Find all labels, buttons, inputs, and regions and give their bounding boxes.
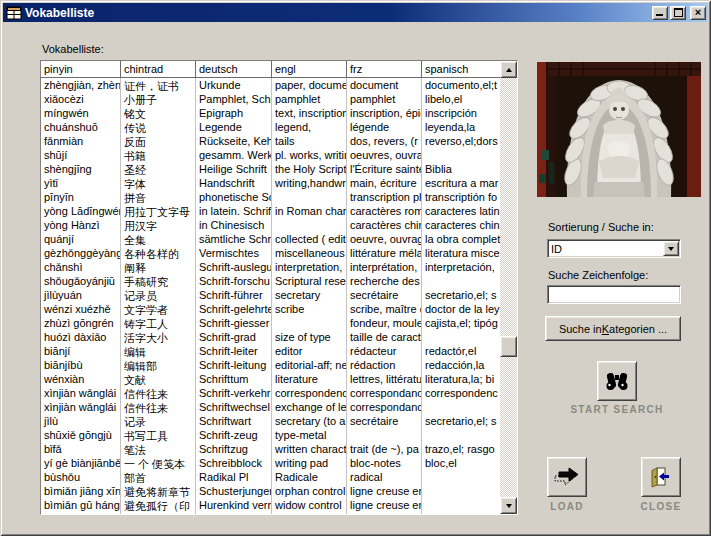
table-cell[interactable]: 活字大小 — [121, 330, 196, 344]
table-cell[interactable] — [272, 316, 347, 330]
table-cell[interactable]: literature — [272, 372, 347, 386]
table-cell[interactable]: Radikal Pl — [196, 470, 272, 484]
table-cell[interactable]: the Holy Script — [272, 162, 347, 176]
table-cell[interactable]: orphan control — [272, 484, 347, 498]
table-cell[interactable]: 用拉丁文字母 — [121, 204, 196, 218]
table-cell[interactable]: 铸字工人 — [121, 316, 196, 330]
table-cell[interactable]: xìnjiàn wǎnglái — [41, 400, 121, 414]
table-cell[interactable]: 编辑部 — [121, 358, 196, 372]
table-cell[interactable]: shǒugǎoyánjiū — [41, 274, 121, 288]
minimize-button[interactable] — [652, 6, 668, 20]
table-cell[interactable]: bùshǒu — [41, 470, 121, 484]
table-cell[interactable]: chǎnshì — [41, 260, 121, 274]
table-cell[interactable]: secretario,el; s — [422, 414, 500, 428]
table-cell[interactable]: libelo,el — [422, 92, 500, 106]
table-cell[interactable]: Schrift-zeug — [196, 428, 272, 442]
table-cell[interactable]: zhùzì gōngrén — [41, 316, 121, 330]
table-cell[interactable]: secretario,el; s — [422, 288, 500, 302]
table-cell[interactable] — [41, 512, 121, 514]
table-cell[interactable]: zhèngjiàn, zhèng — [41, 78, 121, 92]
table-cell[interactable]: 一 个 便笺本 — [121, 456, 196, 470]
table-cell[interactable]: Schrift-giesser — [196, 316, 272, 330]
table-cell[interactable] — [422, 498, 500, 512]
table-cell[interactable]: text, inscription — [272, 106, 347, 120]
table-cell[interactable]: correspondenc — [272, 386, 347, 400]
table-cell[interactable]: writing,handwr — [272, 176, 347, 190]
table-cell[interactable]: scribe — [272, 302, 347, 316]
table-cell[interactable]: míngwén — [41, 106, 121, 120]
table-cell[interactable]: wénzi xuézhě — [41, 302, 121, 316]
table-cell[interactable]: caractères chin — [347, 218, 422, 232]
search-categories-button[interactable]: Suche in Kategorien ... — [545, 316, 681, 341]
table-cell[interactable]: quánjí — [41, 232, 121, 246]
table-cell[interactable]: miscellaneous w — [272, 246, 347, 260]
table-cell[interactable] — [422, 512, 500, 514]
table-cell[interactable]: 避免将新章节 — [121, 484, 196, 498]
column-header[interactable]: chintrad — [121, 61, 196, 78]
table-cell[interactable]: secretary — [272, 288, 347, 302]
close-button[interactable]: × — [690, 6, 706, 20]
table-cell[interactable]: Rückseite, Keh — [196, 134, 272, 148]
table-cell[interactable] — [347, 512, 422, 514]
table-cell[interactable]: bìmiǎn jiāng xīn — [41, 484, 121, 498]
table-cell[interactable]: Biblia — [422, 162, 500, 176]
search-string-input[interactable] — [547, 285, 681, 304]
table-cell[interactable]: rédacteur — [347, 344, 422, 358]
table-cell[interactable]: interpretation, — [272, 260, 347, 274]
table-cell[interactable]: Schrift-verkehr — [196, 386, 272, 400]
table-cell[interactable]: 小册子 — [121, 92, 196, 106]
scrollbar-thumb[interactable] — [500, 336, 517, 357]
table-cell[interactable]: 文献 — [121, 372, 196, 386]
scroll-down-button[interactable] — [500, 497, 517, 514]
table-cell[interactable]: taille de caractè — [347, 330, 422, 344]
table-cell[interactable]: Schriftwechsel — [196, 400, 272, 414]
table-cell[interactable]: editorial-aff; ne — [272, 358, 347, 372]
table-cell[interactable] — [347, 428, 422, 442]
table-cell[interactable] — [422, 400, 500, 414]
table-cell[interactable]: jìlù — [41, 414, 121, 428]
table-cell[interactable]: biānjíbù — [41, 358, 121, 372]
table-cell[interactable]: in Roman chara — [272, 204, 347, 218]
table-cell[interactable]: editor — [272, 344, 347, 358]
column-header[interactable]: pinyin — [41, 61, 121, 78]
table-cell[interactable]: 全集 — [121, 232, 196, 246]
table-cell[interactable]: literatura,la; bi — [422, 372, 500, 386]
column-header[interactable]: spanisch — [422, 61, 500, 78]
table-cell[interactable]: paper, docume — [272, 78, 347, 92]
table-cell[interactable]: oeuvres, ouvra — [347, 148, 422, 162]
table-cell[interactable]: bǐfǎ — [41, 442, 121, 456]
table-cell[interactable] — [121, 512, 196, 514]
table-cell[interactable]: written charact — [272, 442, 347, 456]
table-cell[interactable]: chuánshuō — [41, 120, 121, 134]
table-cell[interactable]: redactór,el — [422, 344, 500, 358]
table-cell[interactable]: redacción,la — [422, 358, 500, 372]
table-cell[interactable]: cajista,el; tipóg — [422, 316, 500, 330]
close-form-button[interactable] — [641, 457, 681, 497]
table-cell[interactable]: lettres, littératu — [347, 372, 422, 386]
table-cell[interactable]: literatura misce — [422, 246, 500, 260]
table-cell[interactable]: biānjí — [41, 344, 121, 358]
table-cell[interactable]: doctor de la ley — [422, 302, 500, 316]
table-cell[interactable]: 信件往来 — [121, 400, 196, 414]
table-cell[interactable]: interprétation, — [347, 260, 422, 274]
table-cell[interactable]: recherche des — [347, 274, 422, 288]
scroll-up-button[interactable] — [500, 61, 517, 78]
table-cell[interactable]: Heilige Schrift — [196, 162, 272, 176]
table-cell[interactable]: fondeur, moule — [347, 316, 422, 330]
table-cell[interactable]: 记录员 — [121, 288, 196, 302]
table-cell[interactable]: bloc-notes — [347, 456, 422, 470]
table-cell[interactable]: Vermischtes — [196, 246, 272, 260]
table-cell[interactable]: yòng Hànzì — [41, 218, 121, 232]
maximize-button[interactable] — [670, 6, 686, 20]
table-cell[interactable]: xìnjiàn wǎnglái — [41, 386, 121, 400]
table-cell[interactable]: inscripción — [422, 106, 500, 120]
table-cell[interactable]: transcriptión fo — [422, 190, 500, 204]
table-cell[interactable]: 文字学者 — [121, 302, 196, 316]
table-cell[interactable]: 避免孤行（印 — [121, 498, 196, 512]
table-cell[interactable]: escritura a mar — [422, 176, 500, 190]
table-cell[interactable]: la obra complet — [422, 232, 500, 246]
table-cell[interactable]: huózì dàxiǎo — [41, 330, 121, 344]
table-cell[interactable]: scribe, maître d — [347, 302, 422, 316]
table-cell[interactable]: 笔法 — [121, 442, 196, 456]
table-cell[interactable]: leyenda,la — [422, 120, 500, 134]
